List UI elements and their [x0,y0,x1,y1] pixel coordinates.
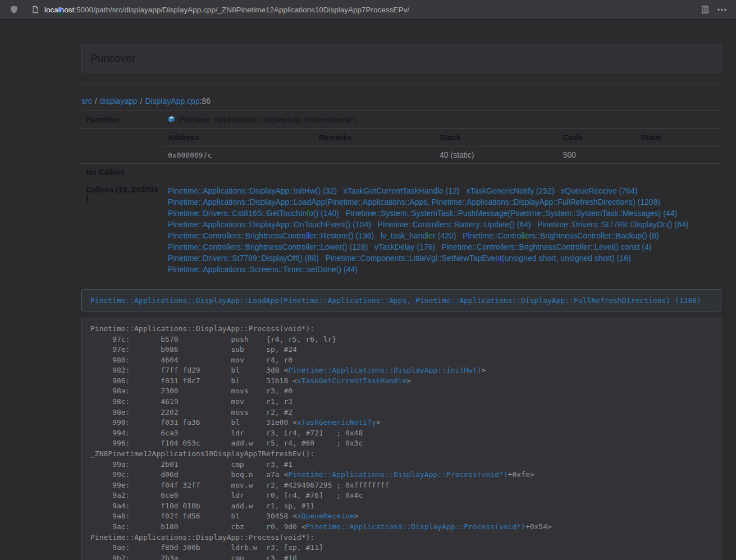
function-cube-icon [168,116,175,125]
callee-separator: , [339,209,346,218]
function-label: Function [81,111,163,129]
callee-link[interactable]: Pinetime::Controllers::BrightnessControl… [463,231,659,240]
cell-stack: 40 (static) [435,146,559,164]
cell-code: 500 [559,146,636,164]
callee-separator: , [555,186,561,195]
callee-link[interactable]: xQueueReceive (764) [561,186,637,195]
callee-separator: , [631,254,636,263]
callee-separator: , [337,186,344,195]
symbol-detail-row: Address Remarks Stack Code Static 0x0000… [81,129,721,164]
callers-row: No Callers [81,164,721,181]
callees-row: Callees (19, Σ=3704 ) Pinetime::Applicat… [81,181,721,279]
callee-separator: , [651,242,656,251]
callee-link[interactable]: Pinetime::Controllers::BrightnessControl… [168,242,368,251]
code-symbol-link[interactable]: xTaskGenericNotify [297,418,376,426]
callee-separator: , [368,242,374,251]
callee-separator: , [689,220,693,229]
column-header-static: Static [636,129,721,146]
callee-separator: , [456,231,463,240]
callee-link[interactable]: xTaskGenericNotify (252) [466,186,554,195]
breadcrumb-src-link[interactable]: src [81,97,92,105]
shield-icon [10,5,19,14]
callee-link[interactable]: Pinetime::Applications::DisplayApp::Init… [168,186,337,195]
breadcrumb-separator-icon: / [140,97,143,105]
callee-link[interactable]: Pinetime::System::SystemTask::PushMessag… [346,209,678,218]
callee-separator: , [660,198,665,206]
function-name: Pinetime::Applications::DisplayApp::Proc… [179,115,356,124]
code-symbol-link[interactable]: xTaskGetCurrentTaskHandle [297,377,407,385]
callee-link[interactable]: xTaskGetCurrentTaskHandle (12) [344,186,460,195]
callee-link[interactable]: Pinetime::Drivers::Cst816S::GetTouchInfo… [168,209,339,218]
callee-link[interactable]: Pinetime::Controllers::Battery::Update()… [378,220,531,229]
callee-separator: , [677,209,682,218]
symbol-table: Function Pinetime::Applications::Display… [81,111,721,279]
url-path: :5000/path/src/displayapp/DisplayApp.cpp… [74,6,409,14]
column-header-remarks: Remarks [314,129,435,146]
breadcrumb-displayapp-link[interactable]: displayapp [100,97,138,105]
browser-toolbar: localhost:5000/path/src/displayapp/Displ… [0,0,736,20]
callee-separator: , [374,231,381,240]
divider [81,84,721,84]
url-bar[interactable]: localhost:5000/path/src/displayapp/Displ… [27,2,692,17]
callee-separator: , [319,254,326,263]
column-header-code: Code [559,129,636,146]
cell-address: 0x0000097c [163,146,314,164]
function-row: Function Pinetime::Applications::Display… [81,111,721,129]
callees-list: Pinetime::Applications::DisplayApp::Init… [168,185,717,275]
breadcrumb-separator-icon: / [95,97,97,105]
code-symbol-link[interactable]: Pinetime::Applications::DisplayApp::Proc… [288,470,508,479]
callees-label: Callees (19, Σ=3704 ) [81,181,163,279]
highlighted-callee: Pinetime::Applications::DisplayApp::Load… [81,289,721,311]
breadcrumb: src/displayapp/DisplayApp.cpp:86 [81,97,721,105]
url-text: localhost:5000/path/src/displayapp/Displ… [44,6,409,14]
disassembly: Pinetime::Applications::DisplayApp::Proc… [81,318,721,560]
callee-separator: , [435,242,442,251]
callee-link[interactable]: Pinetime::Applications::DisplayApp::OnTo… [168,220,371,229]
callee-link[interactable]: Pinetime::Applications::Screens::Timer::… [168,265,358,274]
column-header-address: Address [163,129,314,146]
breadcrumb-file-link[interactable]: DisplayApp.cpp [145,97,199,105]
more-menu-icon[interactable]: ⋯ [714,2,730,17]
url-host: localhost [44,6,74,14]
callee-link[interactable]: Pinetime::Controllers::BrightnessControl… [442,242,651,251]
callee-separator: , [637,186,642,195]
page-content: Puncover src/displayapp/DisplayApp.cpp:8… [0,20,736,560]
cell-remarks [314,146,435,164]
callee-separator: , [460,186,467,195]
navbar: Puncover [81,44,721,72]
detail-header-row: Address Remarks Stack Code Static [163,129,721,146]
callee-link[interactable]: vTaskDelay (176) [374,242,435,251]
brand-link[interactable]: Puncover [90,52,135,65]
empty-row-label [81,129,163,164]
code-symbol-link[interactable]: Pinetime::Applications::DisplayApp::Proc… [306,522,525,531]
callee-link[interactable]: Pinetime::Drivers::St7789::DisplayOn() (… [537,220,688,229]
callee-link[interactable]: Pinetime::Components::LittleVgl::SetNewT… [326,254,631,263]
callee-link[interactable]: Pinetime::Applications::DisplayApp::Load… [168,198,660,206]
callee-separator: , [531,220,538,229]
callee-separator: , [371,220,378,229]
cell-static [636,146,721,164]
symbol-detail-table: Address Remarks Stack Code Static 0x0000… [163,129,721,163]
callee-link[interactable]: Pinetime::Controllers::BrightnessControl… [168,231,374,240]
column-header-stack: Stack [435,129,559,146]
callee-link[interactable]: lv_task_handler (420) [381,231,456,240]
code-symbol-link[interactable]: xQueueReceive [297,512,354,520]
page-icon [31,6,39,13]
line-number: :86 [200,97,211,105]
tracking-protection-shield-icon[interactable] [6,2,22,17]
highlighted-callee-link[interactable]: Pinetime::Applications::DisplayApp::Load… [90,296,701,305]
callee-link[interactable]: Pinetime::Drivers::St7789::DisplayOff() … [168,254,319,263]
callee-separator: , [659,231,664,240]
no-callers-label: No Callers [81,164,163,181]
code-symbol-link[interactable]: Pinetime::Applications::DisplayApp::Init… [288,366,481,374]
detail-value-row: 0x0000097c 40 (static) 500 [163,146,721,164]
reader-view-icon[interactable] [697,2,714,17]
